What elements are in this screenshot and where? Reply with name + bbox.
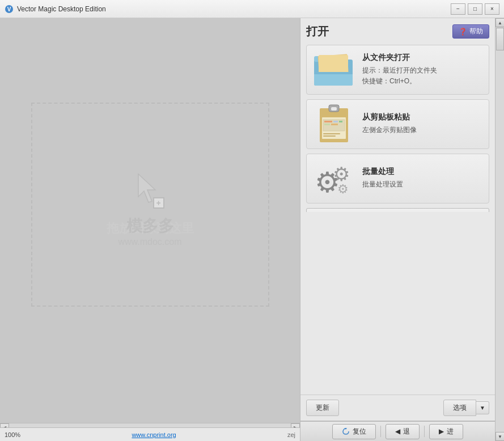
svg-rect-8 [314,72,353,74]
status-author: zej [287,431,295,438]
help-label: 帮助 [469,27,483,36]
canvas-area: + 拖放图像到这里 模多多 www.mdoc.com ◀ ▶ 100% www.… [0,18,300,441]
minimize-button[interactable]: − [451,3,465,15]
batch-card-text: 批量处理 批量处理设置 [362,167,484,190]
folder-card-desc1: 提示：最近打开的文件夹 快捷键：Ctrl+O。 [362,65,484,87]
svg-rect-17 [324,124,330,125]
status-bar: 100% www.cnprint.org zej [0,427,300,441]
forward-arrow-icon: ▶ [439,427,444,435]
gears-icon: ⚙ ⚙ ⚙ [311,159,357,198]
folder-card-title: 从文件夹打开 [362,53,484,63]
svg-text:V: V [7,6,11,12]
update-label: 更新 [316,403,329,413]
nav-divider-2 [424,426,425,437]
forward-label: 进 [447,427,454,436]
svg-rect-18 [331,124,338,125]
back-button[interactable]: ◀ 退 [386,424,420,439]
maximize-button[interactable]: □ [468,3,482,15]
clipboard-card-title: 从剪贴板粘贴 [362,112,484,122]
batch-card-title: 批量处理 [362,167,484,177]
folder-desc-line2: 快捷键：Ctrl+O。 [362,77,416,85]
folder-desc-line1: 提示：最近打开的文件夹 [362,66,437,74]
batch-process-card[interactable]: ⚙ ⚙ ⚙ 批量处理 批量处理设置 [306,154,489,203]
svg-rect-16 [339,121,342,122]
back-label: 退 [403,427,410,436]
right-panel-scrollbar: ▲ ▼ [495,18,504,441]
options-dropdown-btn[interactable]: ▼ [476,401,489,414]
title-bar-left: V Vector Magic Desktop Edition [5,5,106,14]
svg-rect-19 [323,133,340,134]
title-bar: V Vector Magic Desktop Edition − □ × [0,0,504,18]
clipboard-card-text: 从剪贴板粘贴 左侧金示剪贴图像 [362,112,484,135]
batch-desc-line1: 批量处理设置 [362,180,403,188]
main-layout: + 拖放图像到这里 模多多 www.mdoc.com ◀ ▶ 100% www.… [0,18,504,441]
reset-icon [342,427,350,435]
panel-title: 打开 [306,24,329,39]
svg-text:⚙: ⚙ [337,182,349,196]
paste-clipboard-card[interactable]: 从剪贴板粘贴 左侧金示剪贴图像 [306,99,489,149]
panel-content: 打开 ❓ 帮助 [300,18,504,441]
clipboard-card-desc: 左侧金示剪贴图像 [362,125,484,135]
update-button[interactable]: 更新 [306,400,339,416]
app-icon: V [5,5,14,14]
reset-label: 复位 [353,427,366,436]
website-link[interactable]: www.cnprint.org [132,431,176,438]
drop-text: 拖放图像到这里 [107,220,194,237]
expand-section: ▶ 已打开 ▶ 已处理 [306,208,489,212]
open-folder-card[interactable]: 从文件夹打开 提示：最近打开的文件夹 快捷键：Ctrl+O。 [306,45,489,95]
svg-rect-15 [333,121,338,122]
reset-button[interactable]: 复位 [332,424,376,439]
app-title: Vector Magic Desktop Edition [17,5,106,13]
nav-divider-1 [380,426,381,437]
options-button[interactable]: 选项 [443,400,476,416]
svg-rect-20 [323,135,336,137]
help-button[interactable]: ❓ 帮助 [452,24,489,39]
batch-card-desc: 批量处理设置 [362,179,484,190]
scroll-down-btn[interactable]: ▼ [495,432,504,441]
cursor-icon: + [136,173,164,209]
back-arrow-icon: ◀ [395,427,400,435]
options-button-group: 选项 ▼ [443,400,489,416]
folder-card-text: 从文件夹打开 提示：最近打开的文件夹 快捷键：Ctrl+O。 [362,53,484,87]
scroll-track-v[interactable] [495,27,504,432]
forward-button[interactable]: ▶ 进 [429,424,463,439]
drop-zone[interactable]: + 拖放图像到这里 [31,103,269,307]
scroll-up-btn[interactable]: ▲ [495,18,504,27]
scroll-thumb[interactable] [496,28,504,50]
folder-icon [311,50,357,90]
window-controls: − □ × [451,3,499,15]
clipboard-icon [311,104,357,144]
svg-rect-11 [331,107,337,111]
zoom-level: 100% [5,431,20,438]
panel-header: 打开 ❓ 帮助 [306,24,489,39]
clipboard-desc-line1: 左侧金示剪贴图像 [362,126,417,134]
panel-spacer [300,212,504,395]
svg-rect-14 [324,121,332,122]
nav-bar: 复位 ◀ 退 ▶ 进 [300,421,495,441]
opened-expand-btn[interactable]: ▶ 已打开 [306,208,489,212]
right-panel: 打开 ❓ 帮助 [300,18,504,441]
panel-footer: 更新 选项 ▼ [300,395,495,421]
close-button[interactable]: × [485,3,499,15]
options-label: 选项 [453,404,467,412]
help-icon: ❓ [459,28,467,36]
panel-inner: 打开 ❓ 帮助 [300,18,495,212]
